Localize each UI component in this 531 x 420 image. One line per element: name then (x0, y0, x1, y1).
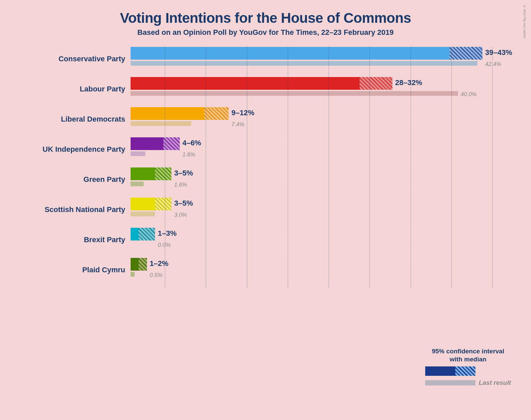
solid-bar-5 (131, 198, 155, 210)
party-label-1: Labour Party (20, 85, 131, 93)
bars-wrapper-6: 1–3%0.0% (131, 228, 518, 252)
hatch-bar-0 (450, 47, 482, 60)
party-row-uk-independence-party: UK Independence Party4–6%1.8% (20, 137, 518, 161)
range-label-3: 4–6% (182, 139, 201, 147)
median-label-1: 40.0% (461, 91, 477, 98)
legend-last: Last result (425, 379, 511, 387)
median-label-7: 0.5% (150, 272, 163, 279)
solid-bar-4 (131, 167, 155, 180)
median-label-2: 7.4% (231, 121, 244, 128)
last-result-bar-3 (131, 151, 145, 156)
bars-area-1: 28–32%40.0% (131, 77, 518, 101)
bars-area-2: 9–12%7.4% (131, 107, 518, 131)
solid-bar-0 (131, 47, 450, 60)
chart-inner: Conservative Party39–43%42.4%Labour Part… (13, 47, 518, 288)
range-label-0: 39–43% (485, 48, 512, 57)
bars-wrapper-1: 28–32%40.0% (131, 77, 518, 101)
party-row-wrapper: Plaid Cymru1–2%0.5% (20, 258, 518, 283)
bars-wrapper-7: 1–2%0.5% (131, 258, 518, 282)
median-label-0: 42.4% (485, 61, 501, 68)
median-label-4: 1.6% (174, 182, 187, 188)
legend-last-label: Last result (479, 379, 511, 387)
solid-bar-1 (131, 77, 360, 90)
party-label-6: Brexit Party (20, 235, 131, 244)
hatch-bar-3 (163, 137, 180, 150)
range-label-6: 1–3% (158, 229, 176, 238)
last-result-bar-1 (131, 91, 458, 96)
party-row-wrapper: Conservative Party39–43%42.4% (20, 47, 518, 72)
median-label-3: 1.8% (182, 151, 196, 158)
hatch-bar-7 (139, 258, 147, 271)
party-row-plaid-cymru: Plaid Cymru1–2%0.5% (20, 258, 518, 282)
range-label-4: 3–5% (174, 169, 193, 178)
bars-area-4: 3–5%1.6% (131, 167, 518, 192)
hatch-bar-6 (139, 228, 155, 240)
solid-bar-3 (131, 137, 163, 150)
bars-area-5: 3–5%3.0% (131, 198, 518, 222)
range-label-5: 3–5% (174, 199, 193, 208)
bars-wrapper-0: 39–43%42.4% (131, 47, 518, 71)
bars-area-3: 4–6%1.8% (131, 137, 518, 161)
party-row-conservative-party: Conservative Party39–43%42.4% (20, 47, 518, 71)
range-label-1: 28–32% (395, 78, 422, 87)
bars-wrapper-3: 4–6%1.8% (131, 137, 518, 161)
party-row-wrapper: Liberal Democrats9–12%7.4% (20, 107, 518, 133)
party-row-wrapper: UK Independence Party4–6%1.8% (20, 137, 518, 163)
party-row-wrapper: Brexit Party1–3%0.0% (20, 228, 518, 253)
hatch-bar-2 (204, 107, 229, 120)
bars-area-6: 1–3%0.0% (131, 228, 518, 252)
bars-wrapper-5: 3–5%3.0% (131, 198, 518, 222)
party-row-liberal-democrats: Liberal Democrats9–12%7.4% (20, 107, 518, 131)
solid-bar-2 (131, 107, 204, 120)
last-result-bar-0 (131, 61, 477, 66)
party-row-wrapper: Labour Party28–32%40.0% (20, 77, 518, 102)
party-label-3: UK Independence Party (20, 145, 131, 154)
last-result-bar-5 (131, 212, 155, 216)
party-label-4: Green Party (20, 175, 131, 184)
solid-bar-6 (131, 228, 139, 240)
party-label-7: Plaid Cymru (20, 266, 131, 274)
median-label-5: 3.0% (174, 212, 187, 218)
party-label-2: Liberal Democrats (20, 115, 131, 124)
legend-title: 95% confidence intervalwith median (425, 347, 511, 364)
median-label-6: 0.0% (158, 242, 171, 249)
party-row-labour-party: Labour Party28–32%40.0% (20, 77, 518, 101)
chart-title: Voting Intentions for the House of Commo… (13, 10, 518, 26)
last-result-bar-7 (131, 272, 135, 277)
chart-subtitle: Based on an Opinion Poll by YouGov for T… (13, 28, 518, 37)
party-row-wrapper: Scottish National Party3–5%3.0% (20, 198, 518, 223)
range-label-2: 9–12% (231, 109, 254, 117)
party-label-5: Scottish National Party (20, 205, 131, 214)
bars-wrapper-2: 9–12%7.4% (131, 107, 518, 131)
hatch-bar-5 (155, 198, 171, 210)
chart-area: Conservative Party39–43%42.4%Labour Part… (20, 47, 518, 288)
last-result-bar-2 (131, 121, 191, 126)
last-result-bar-4 (131, 182, 144, 186)
chart-container: © 2019 Filip van Laenen Voting Intention… (0, 0, 531, 420)
hatch-bar-4 (155, 167, 171, 180)
party-row-scottish-national-party: Scottish National Party3–5%3.0% (20, 198, 518, 222)
party-row-green-party: Green Party3–5%1.6% (20, 167, 518, 192)
party-row-wrapper: Green Party3–5%1.6% (20, 167, 518, 193)
legend-hatch-bar (455, 366, 475, 376)
bars-area-0: 39–43%42.4% (131, 47, 518, 71)
party-row-brexit-party: Brexit Party1–3%0.0% (20, 228, 518, 252)
bars-area-7: 1–2%0.5% (131, 258, 518, 282)
legend-bars (425, 366, 511, 376)
copyright-text: © 2019 Filip van Laenen (523, 5, 526, 39)
bars-wrapper-4: 3–5%1.6% (131, 167, 518, 192)
solid-bar-7 (131, 258, 139, 271)
legend-box: 95% confidence intervalwith median Last … (425, 347, 511, 387)
party-label-0: Conservative Party (20, 55, 131, 63)
legend-last-result-bar (425, 380, 475, 386)
range-label-7: 1–2% (150, 259, 168, 268)
legend-solid-bar (425, 366, 455, 376)
hatch-bar-1 (360, 77, 392, 90)
